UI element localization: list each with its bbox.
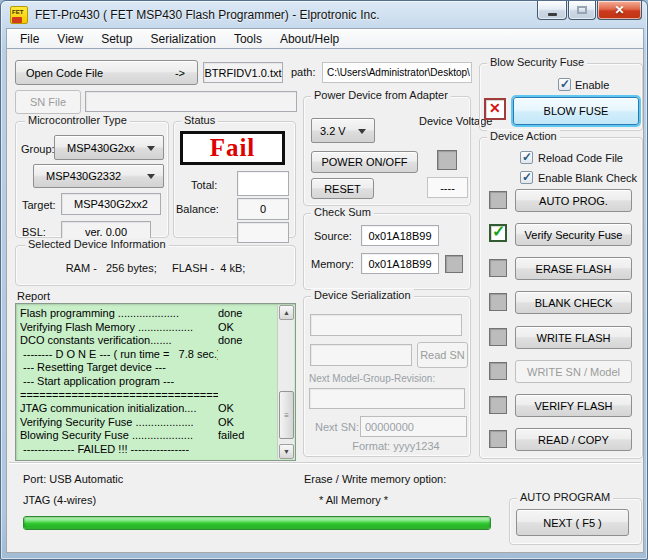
checksum-source-label: Source: <box>314 230 352 242</box>
serial-field-1[interactable] <box>310 314 462 336</box>
report-line: Flash programming ....................do… <box>20 307 275 321</box>
next-sn-label: Next SN: <box>315 421 359 433</box>
menu-about-help[interactable]: About/Help <box>271 30 348 48</box>
open-code-file-button[interactable]: Open Code File -> <box>15 60 198 85</box>
read-copy-button[interactable]: READ / COPY <box>515 428 632 451</box>
erase-option-value: * All Memory * <box>319 494 388 506</box>
jtag-mode-label: JTAG (4-wires) <box>23 494 96 506</box>
mcu-group-label: Group: <box>21 143 55 155</box>
maximize-button[interactable] <box>568 1 596 20</box>
chevron-down-icon <box>147 146 155 151</box>
write-sn-model-button[interactable]: WRITE SN / Model <box>515 360 632 383</box>
status-value: Fail <box>210 134 256 162</box>
menu-tools[interactable]: Tools <box>225 30 271 48</box>
blow-fuse-button[interactable]: BLOW FUSE <box>513 97 639 125</box>
erase-option-label: Erase / Write memory option: <box>304 473 446 485</box>
read-sn-button[interactable]: Read SN <box>417 342 468 368</box>
status-indicator-box: Fail <box>180 131 285 165</box>
balance-label: Balance: <box>176 203 219 215</box>
checksum-memory-label: Memory: <box>311 258 354 270</box>
minimize-icon <box>548 13 557 16</box>
target-label: Target: <box>22 199 56 211</box>
window-title: FET-Pro430 ( FET MSP430 Flash Programmer… <box>35 1 380 29</box>
reset-button[interactable]: RESET <box>311 178 374 199</box>
path-label: path: <box>291 66 315 78</box>
chevron-down-icon <box>358 129 366 134</box>
mcu-model-combo[interactable]: MSP430G2332 <box>33 164 164 188</box>
blow-fuse-fail-indicator <box>484 98 506 120</box>
title-bar[interactable]: FET FET-Pro430 ( FET MSP430 Flash Progra… <box>1 1 648 29</box>
bsl-label: BSL: <box>22 226 46 238</box>
total-field[interactable] <box>237 171 289 196</box>
status-extra-field <box>237 222 289 243</box>
enable-blank-check-checkbox[interactable] <box>520 171 533 184</box>
code-file-name-field: BTRFIDV1.0.txt <box>203 62 283 83</box>
next-model-field[interactable] <box>309 388 465 409</box>
checksum-match-indicator <box>445 255 463 273</box>
close-icon: ✕ <box>614 3 624 17</box>
menu-file[interactable]: File <box>11 30 48 48</box>
auto-program-group-title: AUTO PROGRAM <box>517 491 613 503</box>
verify-flash-button[interactable]: VERIFY FLASH <box>515 394 632 417</box>
verify-fuse-indicator <box>489 224 507 242</box>
next-f5-button[interactable]: NEXT ( F5 ) <box>516 509 629 536</box>
report-line: -------------- FAILED !!! --------------… <box>20 443 275 457</box>
sn-format-label: Format: yyyy1234 <box>331 440 461 452</box>
serialization-group-title: Device Serialization <box>311 289 414 301</box>
report-box: Flash programming ....................do… <box>15 303 296 461</box>
menu-setup[interactable]: Setup <box>92 30 141 48</box>
sn-file-field <box>85 91 297 112</box>
blow-fuse-group-title: Blow Security Fuse <box>487 56 587 68</box>
menu-view[interactable]: View <box>48 30 92 48</box>
voltage-reading-field: ---- <box>427 177 468 198</box>
checksum-group-title: Check Sum <box>311 206 374 218</box>
total-label: Total: <box>191 179 217 191</box>
menu-serialization[interactable]: Serialization <box>142 30 225 48</box>
report-log: Flash programming ....................do… <box>20 307 275 457</box>
voltage-combo[interactable]: 3.2 V <box>311 118 375 143</box>
status-group-title: Status <box>181 114 218 126</box>
mcu-group-combo[interactable]: MSP430G2xx <box>54 135 164 160</box>
minimize-button[interactable] <box>537 1 567 20</box>
menu-bar: File View Setup Serialization Tools Abou… <box>6 28 644 49</box>
write-flash-button[interactable]: WRITE FLASH <box>515 326 632 349</box>
next-sn-field[interactable]: 00000000 <box>360 416 467 437</box>
report-line: --- Resetting Target device --- <box>20 361 275 375</box>
scroll-down-icon[interactable]: ▼ <box>279 444 294 459</box>
app-window: FET FET-Pro430 ( FET MSP430 Flash Progra… <box>0 0 648 560</box>
power-on-off-button[interactable]: POWER ON/OFF <box>311 151 418 173</box>
mcu-type-group-title: Microcontroller Type <box>25 114 130 126</box>
scroll-up-icon[interactable]: ▲ <box>279 305 294 320</box>
app-icon: FET <box>10 6 28 24</box>
sn-file-button[interactable]: SN File <box>15 90 81 114</box>
report-line: Blowing Security Fuse ..................… <box>20 429 275 443</box>
arrow-right-icon: -> <box>175 67 185 79</box>
port-status-label: Port: USB Automatic <box>23 473 123 485</box>
balance-field: 0 <box>237 198 289 220</box>
blow-fuse-enable-checkbox[interactable] <box>558 78 571 91</box>
scrollbar-thumb[interactable]: ≡ <box>279 391 294 439</box>
verify-security-fuse-button[interactable]: Verify Security Fuse <box>515 223 632 246</box>
reload-code-file-checkbox[interactable] <box>520 151 533 164</box>
reload-code-file-label: Reload Code File <box>538 152 623 164</box>
next-model-label: Next Model-Group-Revision: <box>309 373 435 384</box>
write-flash-indicator <box>489 328 507 346</box>
report-line: Verifying Flash Memory .................… <box>20 321 275 335</box>
report-line: ====================================== <box>20 389 275 403</box>
device-voltage-label: Device Voltage <box>419 115 469 128</box>
close-button[interactable]: ✕ <box>597 1 642 20</box>
erase-flash-button[interactable]: ERASE FLASH <box>515 257 632 280</box>
blank-check-button[interactable]: BLANK CHECK <box>515 291 632 314</box>
auto-prog-button[interactable]: AUTO PROG. <box>515 189 632 212</box>
progress-bar <box>23 516 491 530</box>
report-label: Report <box>17 290 50 302</box>
device-info-group-title: Selected Device Information <box>25 238 169 250</box>
path-field: C:\Users\Administrator\Desktop\ <box>322 62 472 83</box>
enable-blank-check-label: Enable Blank Check <box>538 172 637 184</box>
serial-field-2[interactable] <box>310 344 412 366</box>
report-scrollbar[interactable]: ▲ ≡ ▼ <box>277 305 294 459</box>
checksum-source-field: 0x01A18B99 <box>361 225 439 246</box>
chevron-down-icon <box>147 174 155 179</box>
blow-fuse-enable-label: Enable <box>575 79 609 91</box>
report-line: --- Start application program --- <box>20 375 275 389</box>
